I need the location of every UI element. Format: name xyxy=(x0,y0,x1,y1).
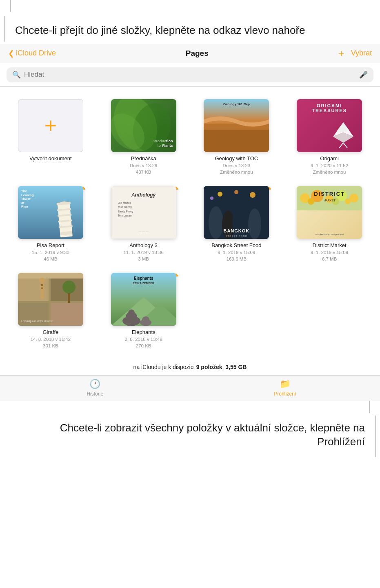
navigation-bar: ❮ iCloud Drive Pages + Vybrat xyxy=(0,44,380,63)
tooltip-bottom: Chcete-li zobrazit všechny položky v akt… xyxy=(0,401,380,457)
svg-rect-5 xyxy=(204,130,269,152)
cover-geology: Geology 101 Rep xyxy=(204,99,269,152)
thumbnail-wrapper-elephants: ☁ Elephants ERIKA ZEMPER xyxy=(111,273,176,326)
doc-meta-district: 9. 1. 2019 v 15:096,7 MB xyxy=(311,249,348,262)
doc-meta-pisa: 15. 1. 2019 v 9:3046 MB xyxy=(32,249,69,262)
thumbnail-wrapper-pisa: ☁ TheLeaningTowerofPisa xyxy=(18,186,83,239)
doc-meta-bangkok: 9. 1. 2019 v 15:09169,6 MB xyxy=(218,249,255,262)
tab-history[interactable]: 🕐 Historie xyxy=(0,379,190,397)
svg-point-26 xyxy=(250,192,256,198)
svg-point-22 xyxy=(232,205,249,239)
thumbnail-wrapper-giraffe: African Wildlife xyxy=(18,273,83,326)
status-bar: na iCloudu je k dispozici 9 položek, 3,5… xyxy=(0,356,380,375)
doc-meta-giraffe: 14. 8. 2018 v 11:42301 KB xyxy=(31,336,71,349)
cover-elephants: Elephants ERIKA ZEMPER xyxy=(111,273,176,326)
svg-rect-56 xyxy=(130,314,131,319)
doc-title-bangkok: Bangkok Street Food xyxy=(211,242,261,248)
svg-point-20 xyxy=(209,206,223,239)
svg-rect-46 xyxy=(41,287,43,289)
thumbnail-bangkok: BANGKOK STREET FOOD xyxy=(204,186,269,239)
list-item[interactable]: ☁ Anthology Joe MortosMike RandySandy Fi… xyxy=(97,182,190,269)
search-input[interactable] xyxy=(24,71,356,79)
list-item[interactable]: ☁ xyxy=(190,182,283,269)
geology-svg xyxy=(204,99,269,152)
tooltip-top: Chcete-li přejít do jiné složky, klepnět… xyxy=(0,0,380,42)
list-item[interactable]: DISTRICT MARKET a collection of recipes … xyxy=(283,182,376,269)
svg-rect-53 xyxy=(127,321,130,326)
tooltip-top-text: Chcete-li přejít do jiné složky, klepnět… xyxy=(4,16,380,42)
thumbnail-elephants: Elephants ERIKA ZEMPER xyxy=(111,273,176,326)
doc-meta-elephants: 2. 8. 2018 v 13:49270 KB xyxy=(125,336,162,349)
svg-rect-60 xyxy=(147,323,149,326)
doc-title-giraffe: Giraffe xyxy=(42,329,58,335)
folder-icon: 📁 xyxy=(280,379,291,389)
doc-title-origami: Origami xyxy=(320,155,339,161)
doc-title-geology: Geology with TOC xyxy=(215,155,258,161)
thumbnail-wrapper-anthology: ☁ Anthology Joe MortosMike RandySandy Fi… xyxy=(111,186,176,239)
add-button[interactable]: + xyxy=(338,48,344,59)
doc-title-district: District Market xyxy=(313,242,347,248)
thumbnail-pisa: TheLeaningTowerofPisa xyxy=(18,186,83,239)
tab-browse[interactable]: 📁 Prohlížení xyxy=(190,379,380,397)
pisa-svg xyxy=(53,197,77,239)
svg-point-47 xyxy=(62,281,76,294)
svg-point-23 xyxy=(248,208,261,239)
crane-svg xyxy=(327,120,360,149)
doc-title-prednaska: Přednáška xyxy=(131,155,156,161)
thumbnail-wrapper-origami: ORIGAMITREASURES xyxy=(297,99,362,152)
doc-meta-geology: Dnes v 13:23Změněno mnou xyxy=(220,162,253,175)
tab-browse-label: Prohlížení xyxy=(274,391,296,397)
annotation-line-top xyxy=(10,0,11,12)
annotation-line-bottom xyxy=(369,401,370,413)
list-item[interactable]: ☁ TheLeaningTowerofPisa xyxy=(4,182,97,269)
svg-rect-59 xyxy=(143,323,145,326)
plus-icon: + xyxy=(44,115,57,136)
divider xyxy=(0,86,380,87)
back-button[interactable]: ❮ iCloud Drive xyxy=(8,49,56,58)
list-item[interactable]: African Wildlife xyxy=(4,269,97,356)
status-count: 9 položek xyxy=(196,364,222,370)
svg-rect-42 xyxy=(51,303,83,326)
thumbnail-wrapper-prednaska: Introductionto Plants xyxy=(111,99,176,152)
history-icon: 🕐 xyxy=(89,379,100,389)
list-item[interactable]: Introductionto Plants Přednáška Dnes v 1… xyxy=(97,95,190,182)
svg-point-24 xyxy=(218,192,222,197)
list-item[interactable]: ORIGAMITREASURES Origami 9. 1. 2020 v 11… xyxy=(283,95,376,182)
thumbnail-wrapper-bangkok: ☁ xyxy=(204,186,269,239)
svg-marker-8 xyxy=(337,122,349,133)
cover-giraffe: African Wildlife xyxy=(18,273,83,326)
svg-point-58 xyxy=(142,316,149,323)
leaf-svg xyxy=(111,99,176,152)
microphone-icon[interactable]: 🎤 xyxy=(359,71,368,79)
select-button[interactable]: Vybrat xyxy=(351,49,372,57)
cover-origami: ORIGAMITREASURES xyxy=(297,99,362,152)
thumbnail-wrapper-geology: Geology 101 Rep xyxy=(204,99,269,152)
chevron-left-icon: ❮ xyxy=(8,49,14,58)
district-svg xyxy=(297,186,362,210)
doc-meta-anthology: 11. 1. 2019 v 13:363 MB xyxy=(123,249,163,262)
list-item[interactable]: Geology 101 Rep Geology with TOC Dnes v … xyxy=(190,95,283,182)
doc-title-elephants: Elephants xyxy=(132,329,156,335)
cover-pisa: TheLeaningTowerofPisa xyxy=(18,186,83,239)
thumbnail-wrapper-create: + xyxy=(18,99,83,152)
doc-title-pisa: Pisa Report xyxy=(37,242,64,248)
list-item[interactable]: ☁ Elephants ERIKA ZEMPER xyxy=(97,269,190,356)
tab-bar: 🕐 Historie 📁 Prohlížení xyxy=(0,375,380,401)
svg-line-10 xyxy=(343,143,347,148)
svg-point-44 xyxy=(39,278,45,283)
svg-rect-48 xyxy=(68,293,70,303)
search-bar: 🔍 🎤 xyxy=(7,67,373,82)
giraffe-svg xyxy=(18,273,83,326)
svg-rect-45 xyxy=(41,284,43,286)
doc-meta-prednaska: Dnes v 13:29437 KB xyxy=(130,162,158,175)
svg-point-25 xyxy=(234,190,238,194)
svg-line-9 xyxy=(339,143,343,148)
list-item[interactable]: + Vytvořit dokument xyxy=(4,95,97,182)
doc-title-anthology: Anthology 3 xyxy=(129,242,158,248)
thumbnail-anthology: Anthology Joe MortosMike RandySandy Finl… xyxy=(111,186,176,239)
page-title: Pages xyxy=(186,49,209,58)
doc-meta-origami: 9. 1. 2020 v 11:52Změněno mnou xyxy=(311,162,348,175)
cover-prednaska: Introductionto Plants xyxy=(111,99,176,152)
thumbnail-prednaska: Introductionto Plants xyxy=(111,99,176,152)
cover-bangkok: BANGKOK STREET FOOD xyxy=(204,186,269,239)
